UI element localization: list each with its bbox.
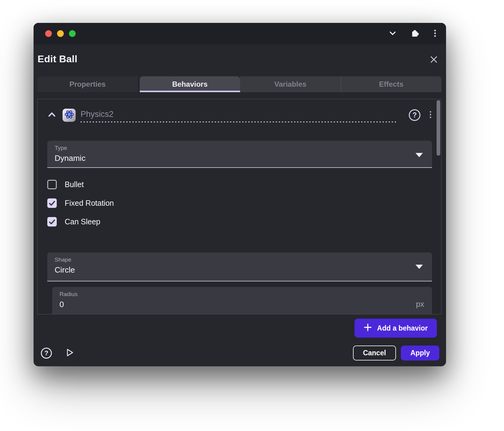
close-icon (429, 61, 439, 65)
chevron-down-icon (388, 29, 397, 39)
traffic-lights (45, 30, 76, 37)
preview-button[interactable] (65, 348, 74, 358)
edit-ball-window: Edit Ball Properties Behaviors Variables… (34, 23, 446, 366)
footer-icons: ? (41, 348, 74, 359)
fixed-rotation-checkbox[interactable]: Fixed Rotation (47, 194, 432, 212)
collapse-behavior-button[interactable] (47, 110, 56, 120)
browser-menu-button[interactable] (433, 29, 437, 39)
chevron-down-icon (416, 265, 423, 269)
bullet-checkbox[interactable]: Bullet (47, 175, 432, 194)
physics-flags: Bullet Fixed Rotation Can Sleep (47, 175, 432, 231)
tab-behaviors[interactable]: Behaviors (140, 76, 240, 92)
dialog-tabs: Properties Behaviors Variables Effects (37, 76, 441, 92)
behavior-help-button[interactable]: ? (409, 109, 420, 121)
atom-icon (64, 109, 75, 121)
chevron-down-icon (416, 153, 423, 157)
behavior-name: Physics2 (81, 110, 398, 119)
checkbox-label: Bullet (65, 180, 84, 189)
scrollbar-thumb[interactable] (437, 100, 440, 156)
can-sleep-checkbox[interactable]: Can Sleep (47, 212, 432, 231)
checkbox-icon (47, 198, 57, 208)
type-label: Type (55, 145, 424, 151)
add-behavior-row: Add a behavior (34, 319, 437, 338)
puzzle-piece-icon (411, 29, 420, 39)
extensions-button[interactable] (411, 29, 420, 39)
dialog-header: Edit Ball (34, 44, 446, 65)
dialog-footer: ? Cancel Apply (41, 346, 439, 360)
apply-button[interactable]: Apply (401, 346, 439, 360)
checkbox-icon (47, 180, 57, 189)
page-title: Edit Ball (38, 53, 77, 65)
type-value: Dynamic (55, 154, 424, 163)
collapse-toolbar-button[interactable] (388, 29, 397, 39)
behaviors-panel: Physics2 ? Type Dynamic Bullet (37, 99, 441, 314)
behavior-name-input[interactable]: Physics2 (81, 110, 398, 122)
play-icon (65, 348, 74, 358)
window-titlebar (34, 23, 446, 44)
radius-input[interactable]: Radius 0 px (52, 287, 432, 314)
tab-properties[interactable]: Properties (37, 76, 138, 92)
add-behavior-label: Add a behavior (377, 324, 428, 332)
shape-label: Shape (55, 256, 424, 263)
add-behavior-button[interactable]: Add a behavior (355, 319, 437, 338)
checkbox-icon (47, 217, 57, 226)
minimize-window-button[interactable] (57, 30, 64, 37)
close-window-button[interactable] (45, 30, 52, 37)
question-mark-icon: ? (44, 349, 48, 357)
radius-label: Radius (59, 291, 424, 298)
footer-buttons: Cancel Apply (353, 346, 439, 360)
zoom-window-button[interactable] (69, 30, 76, 37)
radius-unit: px (416, 300, 424, 309)
radius-value: 0 (59, 300, 424, 309)
behavior-header: Physics2 ? (47, 107, 432, 123)
kebab-menu-icon (429, 110, 432, 120)
type-select[interactable]: Type Dynamic (47, 141, 432, 168)
cancel-button[interactable]: Cancel (353, 346, 396, 360)
kebab-menu-icon (433, 29, 437, 39)
shape-value: Circle (55, 265, 424, 275)
plus-icon (364, 323, 372, 333)
checkbox-label: Fixed Rotation (65, 199, 114, 208)
tab-effects[interactable]: Effects (341, 76, 442, 92)
close-dialog-button[interactable] (429, 55, 439, 65)
physics-behavior-icon (63, 109, 76, 122)
tab-variables[interactable]: Variables (240, 76, 341, 92)
titlebar-actions (388, 29, 437, 39)
shape-select[interactable]: Shape Circle (47, 252, 432, 281)
chevron-up-icon (47, 110, 56, 120)
behavior-options-button[interactable] (429, 110, 432, 120)
question-mark-icon: ? (412, 111, 417, 119)
help-button[interactable]: ? (41, 348, 52, 359)
checkbox-label: Can Sleep (65, 217, 100, 226)
